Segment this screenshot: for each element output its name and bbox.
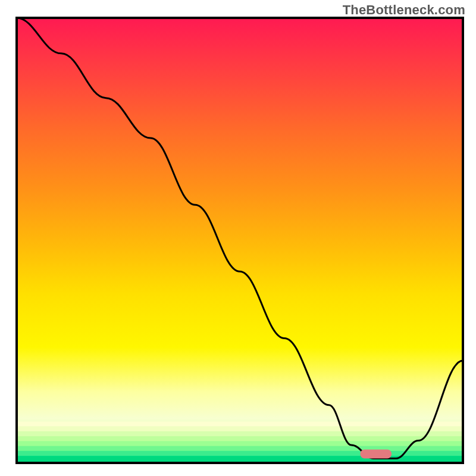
chart-container: { "watermark": "TheBottleneck.com", "cha… bbox=[0, 0, 476, 476]
svg-rect-4 bbox=[17, 436, 463, 441]
green-band-group bbox=[17, 421, 463, 463]
svg-rect-7 bbox=[17, 451, 463, 456]
svg-rect-3 bbox=[17, 431, 463, 436]
svg-rect-5 bbox=[17, 441, 463, 446]
bottleneck-chart bbox=[0, 0, 476, 476]
svg-rect-1 bbox=[17, 421, 463, 426]
svg-rect-6 bbox=[17, 446, 463, 451]
watermark-text: TheBottleneck.com bbox=[343, 2, 465, 18]
svg-rect-2 bbox=[17, 427, 463, 431]
gradient-background bbox=[17, 18, 463, 463]
optimal-marker bbox=[361, 450, 392, 459]
